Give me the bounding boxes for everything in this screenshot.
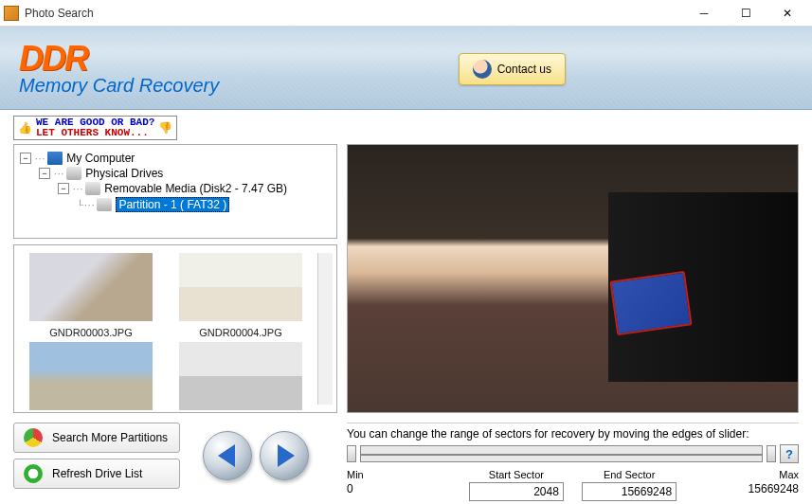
sector-instruction: You can change the range of sectors for … [347, 427, 799, 441]
sector-start: Start Sector [460, 469, 572, 501]
previous-button[interactable] [203, 431, 252, 480]
app-header: DDR Memory Card Recovery Contact us [0, 27, 812, 110]
refresh-label: Refresh Drive List [52, 467, 142, 480]
min-value: 0 [347, 482, 353, 495]
thumbnail-item[interactable]: GNDR00004.JPG [168, 253, 314, 338]
tree-collapse-icon[interactable]: − [58, 183, 69, 194]
search-more-partitions-button[interactable]: Search More Partitions [13, 423, 180, 453]
slider-handle-left[interactable] [347, 445, 356, 462]
sector-max: Max 15669248 [686, 469, 799, 501]
tree-root-label: My Computer [66, 152, 135, 165]
tree-root[interactable]: − ··· My Computer [20, 151, 331, 166]
tree-collapse-icon[interactable]: − [20, 153, 31, 164]
computer-icon [47, 152, 63, 165]
thumbnail-scrollbar[interactable] [317, 253, 333, 405]
min-label: Min [347, 469, 460, 480]
tree-removable-label: Removable Media (Disk2 - 7.47 GB) [104, 182, 287, 195]
minimize-button[interactable]: ─ [683, 1, 725, 26]
partition-icon [97, 198, 112, 211]
drive-icon [66, 167, 81, 180]
logo-subtitle: Memory Card Recovery [19, 75, 219, 97]
thumbnail-image [29, 253, 153, 321]
contact-label: Contact us [497, 63, 551, 76]
maximize-button[interactable]: ☐ [725, 1, 767, 26]
max-value: 15669248 [749, 482, 799, 495]
thumbnail-filename: GNDR00003.JPG [18, 327, 164, 338]
thumbnail-image [29, 342, 153, 410]
thumbnail-image [179, 342, 302, 410]
app-icon [4, 6, 19, 21]
rating-banner[interactable]: 👍 WE ARE GOOD OR BAD? LET OTHERS KNOW...… [13, 116, 177, 140]
help-button[interactable]: ? [780, 444, 799, 463]
refresh-icon [24, 464, 43, 483]
tree-collapse-icon[interactable]: − [39, 168, 50, 179]
start-sector-input[interactable] [469, 482, 564, 501]
titlebar: Photo Search ─ ☐ ✕ [0, 0, 812, 27]
slider-track[interactable] [360, 445, 763, 462]
contact-us-button[interactable]: Contact us [459, 53, 566, 85]
preview-sd-card [609, 271, 692, 336]
max-label: Max [686, 469, 799, 480]
start-label: Start Sector [460, 469, 572, 480]
thumbnail-item[interactable] [18, 342, 164, 413]
tree-physical-drives[interactable]: − ··· Physical Drives [20, 166, 331, 181]
tree-removable-media[interactable]: − ··· Removable Media (Disk2 - 7.47 GB) [20, 181, 331, 196]
arrow-right-icon [278, 444, 295, 467]
drive-icon [85, 182, 100, 195]
rating-line2: LET OTHERS KNOW... [36, 128, 154, 138]
tree-physical-label: Physical Drives [85, 167, 163, 180]
thumbs-up-icon: 👍 [18, 121, 32, 135]
slider-handle-right[interactable] [767, 445, 776, 462]
drive-tree[interactable]: − ··· My Computer − ··· Physical Drives … [13, 144, 337, 239]
tree-partition[interactable]: └··· Partition - 1 ( FAT32 ) [20, 196, 331, 213]
thumbnail-item[interactable] [168, 342, 314, 413]
logo-main: DDR [19, 39, 219, 79]
close-button[interactable]: ✕ [767, 1, 808, 26]
search-more-label: Search More Partitions [52, 431, 168, 444]
refresh-drive-list-button[interactable]: Refresh Drive List [13, 459, 180, 489]
thumbnail-item[interactable]: GNDR00003.JPG [18, 253, 164, 338]
sector-min: Min 0 [347, 469, 460, 501]
logo: DDR Memory Card Recovery [19, 39, 219, 97]
thumbnail-panel: GNDR00003.JPG GNDR00004.JPG [13, 244, 337, 413]
arrow-left-icon [218, 444, 235, 467]
end-sector-input[interactable] [582, 482, 677, 501]
end-label: End Sector [573, 469, 686, 480]
thumbs-down-icon: 👎 [158, 121, 172, 135]
sector-end: End Sector [573, 469, 686, 501]
contact-icon [473, 60, 492, 79]
next-button[interactable] [260, 431, 309, 480]
preview-image-panel [347, 144, 799, 413]
window-title: Photo Search [25, 7, 683, 20]
sector-range-panel: You can change the range of sectors for … [347, 423, 799, 501]
tree-partition-label: Partition - 1 ( FAT32 ) [116, 197, 229, 212]
thumbnail-filename: GNDR00004.JPG [168, 327, 314, 338]
partition-icon [24, 428, 43, 447]
thumbnail-image [179, 253, 302, 321]
